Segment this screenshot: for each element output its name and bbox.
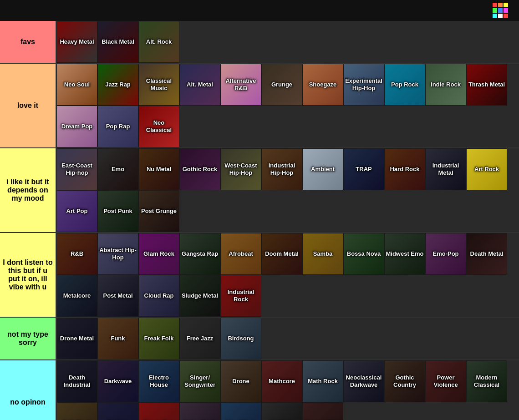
genre-tile[interactable]: Heavy Metal — [56, 21, 97, 63]
tier-items-love: Neo SoulJazz RapClassical MusicAlt. Meta… — [56, 64, 519, 147]
genre-tile[interactable]: Art Rock — [466, 148, 507, 190]
genre-tile[interactable]: Emo — [97, 148, 138, 190]
genre-tile[interactable]: Sludge Metal — [179, 275, 220, 317]
genre-tile-label: Post Punk — [102, 207, 133, 216]
genre-tile[interactable]: Gothic Rock — [179, 148, 220, 190]
genre-tile-label: Modern Classical — [467, 373, 507, 389]
tier-items-vibe: R&BAbstract Hip-HopGlam RockGangsta RapA… — [56, 233, 519, 317]
genre-tile[interactable]: Post Metal — [97, 275, 138, 317]
genre-tile[interactable]: Post Grunge — [138, 190, 179, 232]
genre-tile[interactable]: Freak Folk — [138, 318, 179, 359]
genre-tile-bg — [262, 403, 302, 420]
genre-tile-label: TRAP — [355, 165, 372, 174]
tier-items-mood: East-Coast Hip-hopEmoNu MetalGothic Rock… — [56, 148, 519, 232]
genre-tile[interactable]: Alt. Rock — [138, 21, 179, 63]
genre-tile[interactable]: Nu Metal — [138, 148, 179, 190]
tier-row-mood: i like it but it depends on my moodEast-… — [0, 148, 519, 233]
genre-tile[interactable]: Funk — [97, 318, 138, 359]
tier-row-favs: favsHeavy MetalBlack MetalAlt. Rock — [0, 21, 519, 64]
genre-tile[interactable]: Jazz Rap — [97, 64, 138, 106]
genre-tile[interactable]: Experimental Hip-Hop — [343, 64, 384, 106]
genre-tile[interactable]: Classical Music — [138, 64, 179, 106]
genre-tile[interactable]: Free Jazz — [179, 318, 220, 359]
tier-label-noopinion: no opinon — [0, 360, 56, 420]
genre-tile[interactable]: Black Metal — [97, 21, 138, 63]
genre-tile[interactable]: Birdsong — [220, 318, 261, 359]
genre-tile-label: Experimental Hip-Hop — [344, 76, 384, 92]
genre-tile[interactable]: Midwest Emo — [384, 233, 425, 275]
genre-tile[interactable]: Drone Metal — [56, 318, 97, 359]
genre-tile[interactable]: Gothic Country — [384, 360, 425, 402]
genre-tile[interactable]: Metalcore — [56, 275, 97, 317]
genre-tile[interactable]: Pop Rap — [97, 106, 138, 147]
genre-tile[interactable]: Groove Metal — [302, 402, 343, 420]
logo-grid — [493, 3, 508, 18]
genre-tile[interactable]: Industrial Hip-Hop — [261, 148, 302, 190]
tier-row-notmy: not my type sorryDrone MetalFunkFreak Fo… — [0, 318, 519, 360]
genre-tile[interactable]: Folk Rock — [56, 402, 97, 420]
genre-tile-label: Post Metal — [102, 291, 133, 300]
genre-tile[interactable]: Ambient — [302, 148, 343, 190]
genre-tile[interactable]: Power Pop — [138, 402, 179, 420]
genre-tile[interactable]: Electro House — [138, 360, 179, 402]
tier-items-noopinion: Death IndustrialDarkwaveElectro HouseSin… — [56, 360, 519, 420]
genre-tile[interactable]: Techno — [97, 402, 138, 420]
genre-tile-label: Drone Metal — [59, 334, 95, 343]
genre-tile-label: Alternative R&B — [221, 76, 261, 92]
genre-tile[interactable]: East-Coast Hip-hop — [56, 148, 97, 190]
genre-tile[interactable]: Grunge — [261, 64, 302, 106]
genre-tile[interactable]: TRAP — [343, 148, 384, 190]
genre-tile[interactable]: R&B — [56, 233, 97, 275]
genre-tile[interactable]: Thrash Metal — [466, 64, 507, 106]
genre-tile-label: Shoegaze — [308, 80, 338, 89]
genre-tile-label: Death Metal — [469, 249, 504, 258]
tier-label-notmy: not my type sorry — [0, 318, 56, 359]
genre-tile[interactable]: Cloud Rap — [138, 275, 179, 317]
genre-tile[interactable]: Drone — [220, 360, 261, 402]
genre-tile[interactable]: Shoegaze — [302, 64, 343, 106]
genre-tile[interactable]: Doom Metal — [261, 233, 302, 275]
genre-tile[interactable]: Neo Classical — [138, 106, 179, 147]
genre-tile[interactable]: Death Industrial — [56, 360, 97, 402]
genre-tile[interactable]: Alt. Metal — [179, 64, 220, 106]
tier-label-favs: favs — [0, 21, 56, 63]
genre-tile[interactable]: Pop Rock — [384, 64, 425, 106]
genre-tile[interactable]: Modern Classical — [466, 360, 507, 402]
genre-tile[interactable]: Emo-Pop — [425, 233, 466, 275]
genre-tile[interactable]: Industrial Metal — [425, 148, 466, 190]
genre-tile[interactable]: Neo Soul — [56, 64, 97, 106]
genre-tile[interactable]: Math Rock — [302, 360, 343, 402]
genre-tile[interactable]: Mathcore — [261, 360, 302, 402]
genre-tile-label: Freak Folk — [143, 334, 174, 343]
genre-tile[interactable]: Post Punk — [97, 190, 138, 232]
genre-tile[interactable]: Death Metal — [466, 233, 507, 275]
genre-tile[interactable]: Glam Rock — [138, 233, 179, 275]
genre-tile[interactable]: Neoclassical Darkwave — [343, 360, 384, 402]
genre-tile[interactable]: No Wave — [261, 402, 302, 420]
genre-tile[interactable]: Dream Pop — [56, 106, 97, 147]
genre-tile[interactable]: Gangsta Rap — [179, 233, 220, 275]
tier-container: favsHeavy MetalBlack MetalAlt. Rocklove … — [0, 21, 519, 420]
genre-tile[interactable]: Noise Rock — [179, 402, 220, 420]
genre-tile-label: Neoclassical Darkwave — [344, 373, 384, 389]
genre-tile-label: Sludge Metal — [181, 291, 219, 300]
genre-tile[interactable]: Afrobeat — [220, 233, 261, 275]
genre-tile[interactable]: Art Pop — [56, 190, 97, 232]
genre-tile[interactable]: New Wave — [220, 402, 261, 420]
genre-tile[interactable]: Samba — [302, 233, 343, 275]
genre-tile-label: Power Violence — [426, 373, 466, 389]
genre-tile-label: West-Coast Hip-Hop — [221, 161, 261, 177]
genre-tile[interactable]: Indie Rock — [425, 64, 466, 106]
genre-tile-label: Hard Rock — [389, 165, 420, 174]
genre-tile[interactable]: Singer/ Songwriter — [179, 360, 220, 402]
genre-tile-label: Gothic Country — [385, 373, 425, 389]
genre-tile[interactable]: Industrial Rock — [220, 275, 261, 317]
genre-tile[interactable]: Hard Rock — [384, 148, 425, 190]
tier-label-mood: i like it but it depends on my mood — [0, 148, 56, 232]
genre-tile[interactable]: Darkwave — [97, 360, 138, 402]
genre-tile[interactable]: Alternative R&B — [220, 64, 261, 106]
genre-tile[interactable]: Power Violence — [425, 360, 466, 402]
genre-tile[interactable]: Bossa Nova — [343, 233, 384, 275]
genre-tile[interactable]: West-Coast Hip-Hop — [220, 148, 261, 190]
genre-tile[interactable]: Abstract Hip-Hop — [97, 233, 138, 275]
